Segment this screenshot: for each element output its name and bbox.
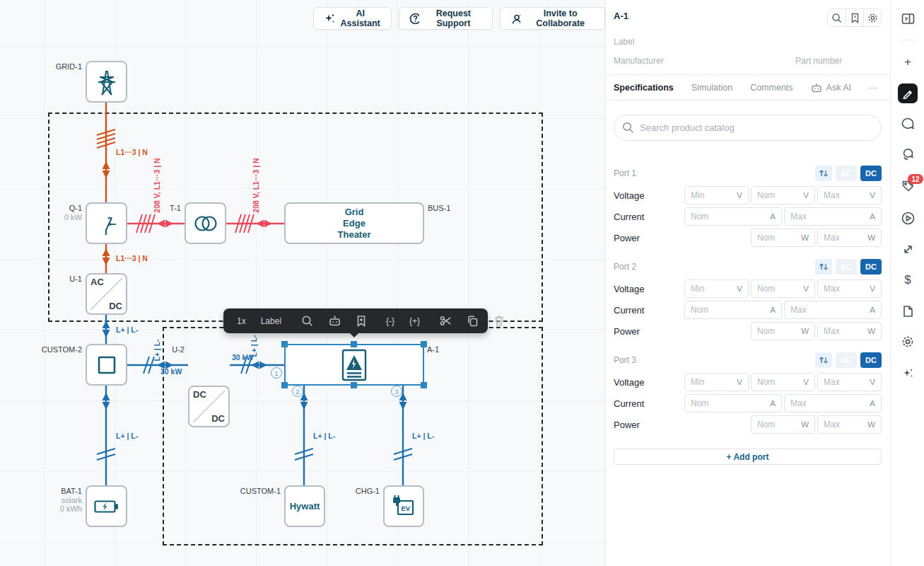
component-bat1[interactable] [86, 485, 127, 527]
dc-toggle[interactable]: DC [860, 259, 882, 275]
a1-port-3-number: 3 [391, 386, 402, 397]
right-toolbar-rail: + 12 $ [890, 0, 924, 566]
ac-toggle[interactable]: AC [836, 352, 857, 368]
comment-icon[interactable] [898, 114, 918, 134]
catalog-search-input[interactable] [614, 115, 882, 141]
chg1-label: CHG-1 [356, 487, 380, 495]
power-max-input[interactable] [818, 420, 881, 429]
voltage-row: Voltage V V V [614, 186, 882, 204]
u2-dc-top-label: DC [193, 389, 206, 400]
pricing-icon[interactable]: $ [898, 270, 918, 290]
search-icon[interactable] [828, 9, 846, 26]
tab-comments[interactable]: Comments [750, 83, 793, 93]
component-u1[interactable]: AC DC [86, 273, 127, 315]
power-nom-input[interactable] [752, 420, 814, 429]
selection-handle[interactable] [351, 382, 357, 388]
component-q1[interactable] [86, 202, 127, 244]
selection-handle[interactable] [421, 341, 427, 347]
tab-ask-ai[interactable]: Ask AI [811, 83, 851, 93]
add-port-button[interactable]: + Add port [614, 449, 882, 465]
selection-handle[interactable] [281, 341, 288, 347]
bus1-text-line2: Edge [338, 218, 371, 229]
component-grid1[interactable] [86, 61, 127, 103]
selection-handle[interactable] [281, 382, 288, 388]
tab-specifications[interactable]: Specifications [614, 83, 674, 93]
delete-icon[interactable] [489, 308, 510, 333]
current-nom-input[interactable] [685, 398, 781, 408]
gear-icon[interactable] [863, 9, 881, 26]
component-chg1[interactable]: EV [383, 485, 424, 527]
discussions-icon[interactable] [898, 144, 918, 164]
tabs-more-button[interactable]: ··· [869, 83, 878, 93]
run-simulation-icon[interactable] [898, 208, 918, 228]
current-max-input[interactable] [785, 212, 881, 221]
part-number-field[interactable]: Part number [795, 56, 882, 66]
add-component-button[interactable]: + [898, 52, 918, 72]
power-nom-input[interactable] [752, 326, 814, 336]
expand-icon[interactable] [898, 239, 918, 259]
wire-label-dc-pair: L+ | L- [116, 325, 138, 334]
request-support-button[interactable]: Request Support [399, 7, 493, 30]
dc-toggle[interactable]: DC [860, 166, 882, 181]
search-icon[interactable] [296, 308, 318, 333]
app-window: Grid Edge Theater AC DC DC DC [0, 0, 924, 566]
bookmark-icon[interactable] [846, 9, 863, 26]
component-u2[interactable]: DC DC [188, 386, 230, 427]
q1-label: Q-1 [69, 204, 82, 212]
voltage-nom-input[interactable] [752, 284, 814, 294]
wire-label-dc-pair: L+ | L- [116, 432, 138, 440]
current-nom-input[interactable] [685, 305, 781, 315]
voltage-nom-input[interactable] [752, 377, 814, 387]
swap-port-icon[interactable] [815, 166, 832, 181]
settings-gear-icon[interactable] [898, 332, 918, 352]
current-max-input[interactable] [785, 398, 881, 408]
diagram-canvas[interactable]: Grid Edge Theater AC DC DC DC [0, 0, 606, 566]
port-name: Port 2 [614, 262, 636, 272]
label-field[interactable]: Label [614, 37, 882, 47]
cut-icon[interactable] [435, 308, 457, 333]
voltage-min-input[interactable] [685, 190, 748, 200]
bus1-label: BUS-1 [428, 204, 450, 212]
voltage-min-input[interactable] [685, 377, 748, 387]
ac-toggle[interactable]: AC [836, 166, 857, 181]
copy-icon[interactable] [462, 308, 484, 333]
swap-port-icon[interactable] [815, 259, 832, 275]
voltage-min-input[interactable] [685, 284, 748, 294]
tab-simulation[interactable]: Simulation [691, 83, 732, 93]
voltage-max-input[interactable] [818, 377, 881, 387]
ai-robot-icon[interactable] [323, 308, 346, 333]
selection-handle[interactable] [421, 382, 427, 388]
remove-pin-button[interactable]: {-} [381, 308, 399, 333]
toggle-panel-icon[interactable] [898, 8, 918, 28]
ai-assistant-button[interactable]: AI Assistant [313, 7, 392, 30]
dc-toggle[interactable]: DC [860, 352, 882, 368]
component-a1-selected[interactable] [284, 344, 424, 386]
voltage-max-input[interactable] [818, 190, 881, 200]
voltage-nom-input[interactable] [752, 190, 814, 200]
label-button[interactable]: Label [256, 308, 286, 333]
current-max-input[interactable] [785, 305, 881, 315]
ev-charger-icon: EV [392, 495, 416, 519]
ai-sparkles-icon[interactable] [898, 363, 918, 383]
add-pin-button[interactable]: {+} [404, 308, 425, 333]
component-t1[interactable] [185, 202, 226, 244]
power-max-input[interactable] [818, 233, 881, 243]
zoom-1x-button[interactable]: 1x [232, 308, 251, 333]
component-custom2[interactable] [86, 344, 127, 386]
swap-port-icon[interactable] [815, 352, 832, 368]
document-icon[interactable] [898, 301, 918, 321]
ac-toggle[interactable]: AC [836, 259, 857, 275]
component-bus1[interactable]: Grid Edge Theater [284, 202, 424, 244]
person-plus-icon [510, 13, 520, 25]
breaker-icon [95, 211, 118, 236]
manufacturer-field[interactable]: Manufacturer [614, 56, 664, 66]
edit-tool-button[interactable] [898, 83, 918, 103]
selection-handle[interactable] [351, 341, 357, 347]
power-nom-input[interactable] [752, 233, 814, 243]
current-nom-input[interactable] [685, 212, 781, 221]
voltage-max-input[interactable] [818, 284, 881, 294]
power-max-input[interactable] [818, 326, 881, 336]
component-custom1[interactable]: Hywatt [284, 485, 325, 527]
invite-collaborate-button[interactable]: Invite to Collaborate [500, 7, 605, 30]
bookmark-add-icon[interactable] [351, 308, 371, 333]
